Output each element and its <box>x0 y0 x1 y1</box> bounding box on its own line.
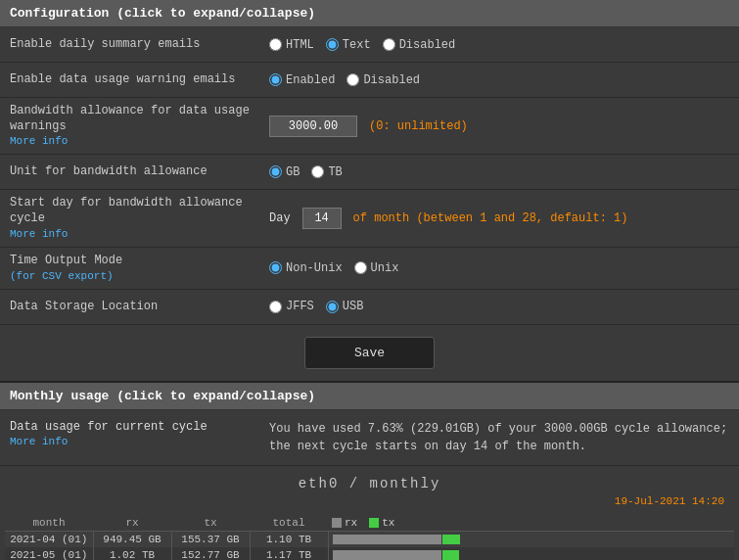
cell-tx: 152.77 GB <box>171 547 250 560</box>
save-button[interactable]: Save <box>304 337 435 369</box>
data-storage-label: Data Storage Location <box>0 294 259 321</box>
warning-enabled-radio[interactable] <box>269 73 282 86</box>
cell-total: 1.10 TB <box>250 531 328 547</box>
daily-summary-label: Enable daily summary emails <box>0 31 259 59</box>
bar-tx <box>442 550 459 560</box>
legend-rx-box <box>332 518 342 528</box>
monthly-info-row: Data usage for current cycle More info Y… <box>0 410 739 466</box>
daily-text-radio[interactable] <box>326 38 339 51</box>
data-storage-row: Data Storage Location JFFS USB <box>0 290 739 325</box>
cell-rx: 949.45 GB <box>93 531 171 547</box>
save-row: Save <box>0 325 739 381</box>
time-unix-radio[interactable] <box>354 261 367 274</box>
time-unix-option[interactable]: Unix <box>354 261 399 275</box>
bandwidth-cycle-day-input[interactable] <box>302 208 342 229</box>
monthly-label-col: Data usage for current cycle More info <box>0 410 259 465</box>
time-output-control: Non-Unix Unix <box>259 256 739 281</box>
bandwidth-cycle-row: Start day for bandwidth allowance cycle … <box>0 190 739 247</box>
config-section-header[interactable]: Configuration (click to expand/collapse) <box>0 0 739 27</box>
data-storage-control: JFFS USB <box>259 294 739 319</box>
legend-tx-box <box>369 518 379 528</box>
bar-rx <box>333 550 441 560</box>
data-usage-warning-label: Enable data usage warning emails <box>0 67 259 94</box>
table-row: 2021-05 (01) 1.02 TB 152.77 GB 1.17 TB <box>5 547 734 560</box>
bar-wrapper <box>333 550 731 560</box>
chart-legend: rx tx <box>332 517 730 529</box>
time-output-label: Time Output Mode (for CSV export) <box>0 248 259 289</box>
bar-wrapper <box>333 535 731 544</box>
legend-rx-label: rx <box>345 517 357 529</box>
daily-summary-row: Enable daily summary emails HTML Text Di… <box>0 27 739 63</box>
col-total-header: total <box>250 515 328 532</box>
bandwidth-cycle-more-info[interactable]: More info <box>10 227 250 241</box>
daily-summary-control: HTML Text Disabled <box>259 32 739 58</box>
daily-text-option[interactable]: Text <box>326 38 371 52</box>
cell-bar <box>328 547 734 560</box>
col-tx-header: tx <box>171 515 250 532</box>
cell-month: 2021-05 (01) <box>5 547 93 560</box>
legend-tx: tx <box>369 517 394 529</box>
cell-total: 1.17 TB <box>250 547 328 560</box>
cycle-hint: of month (between 1 and 28, default: 1) <box>353 211 628 225</box>
bandwidth-cycle-label: Start day for bandwidth allowance cycle … <box>0 190 259 246</box>
cell-tx: 155.37 GB <box>171 531 250 547</box>
time-nonunix-radio[interactable] <box>269 261 282 274</box>
unit-gb-radio[interactable] <box>269 165 282 178</box>
chart-title: eth0 / monthly <box>5 476 734 491</box>
daily-html-option[interactable]: HTML <box>269 38 314 52</box>
unit-tb-radio[interactable] <box>311 165 324 178</box>
bandwidth-allowance-control: (0: unlimited) <box>259 110 739 143</box>
warning-enabled-option[interactable]: Enabled <box>269 73 335 87</box>
bandwidth-hint: (0: unlimited) <box>369 119 468 133</box>
bandwidth-allowance-input[interactable] <box>269 116 357 137</box>
storage-usb-option[interactable]: USB <box>326 300 364 313</box>
time-output-sublabel: (for CSV export) <box>10 269 250 283</box>
storage-jffs-radio[interactable] <box>269 301 282 313</box>
unit-tb-option[interactable]: TB <box>311 165 342 179</box>
col-rx-header: rx <box>93 515 171 532</box>
bandwidth-allowance-more-info[interactable]: More info <box>10 134 250 148</box>
table-row: 2021-04 (01) 949.45 GB 155.37 GB 1.10 TB <box>5 531 734 547</box>
bandwidth-unit-control: GB TB <box>259 160 739 185</box>
chart-timestamp: 19-Jul-2021 14:20 <box>5 495 734 507</box>
daily-disabled-radio[interactable] <box>383 38 395 51</box>
chart-body: 2021-04 (01) 949.45 GB 155.37 GB 1.10 TB… <box>5 531 734 560</box>
monthly-section-header[interactable]: Monthly usage (click to expand/collapse) <box>0 383 739 410</box>
cell-rx: 1.02 TB <box>93 547 171 560</box>
legend-rx: rx <box>332 517 357 529</box>
monthly-section: Monthly usage (click to expand/collapse)… <box>0 383 739 560</box>
daily-disabled-option[interactable]: Disabled <box>383 38 456 52</box>
data-usage-warning-row: Enable data usage warning emails Enabled… <box>0 63 739 98</box>
bandwidth-allowance-label: Bandwidth allowance for data usage warni… <box>0 98 259 154</box>
storage-jffs-option[interactable]: JFFS <box>269 300 314 313</box>
cell-bar <box>328 531 734 547</box>
legend-tx-label: tx <box>382 517 394 529</box>
time-nonunix-option[interactable]: Non-Unix <box>269 261 343 275</box>
storage-usb-radio[interactable] <box>326 301 339 313</box>
bar-rx <box>333 535 441 544</box>
unit-gb-option[interactable]: GB <box>269 165 300 179</box>
chart-header-row: month rx tx total rx tx <box>5 515 734 532</box>
warning-disabled-radio[interactable] <box>346 73 359 86</box>
bandwidth-unit-row: Unit for bandwidth allowance GB TB <box>0 155 739 190</box>
chart-table: month rx tx total rx tx <box>5 515 734 560</box>
bandwidth-unit-label: Unit for bandwidth allowance <box>0 159 259 186</box>
col-bar-header: rx tx <box>328 515 734 532</box>
daily-html-radio[interactable] <box>269 38 282 51</box>
col-month-header: month <box>5 515 93 532</box>
time-output-row: Time Output Mode (for CSV export) Non-Un… <box>0 248 739 290</box>
bandwidth-cycle-control: Day of month (between 1 and 28, default:… <box>259 202 739 235</box>
chart-container: eth0 / monthly 19-Jul-2021 14:20 month r… <box>0 466 739 560</box>
bandwidth-allowance-row: Bandwidth allowance for data usage warni… <box>0 98 739 155</box>
day-label: Day <box>269 211 291 225</box>
config-section: Configuration (click to expand/collapse)… <box>0 0 739 383</box>
cell-month: 2021-04 (01) <box>5 531 93 547</box>
monthly-more-info[interactable]: More info <box>10 436 250 447</box>
warning-disabled-option[interactable]: Disabled <box>346 73 420 87</box>
monthly-label: Data usage for current cycle <box>10 420 208 434</box>
bar-tx <box>442 535 460 544</box>
monthly-info-text: You have used 7.63% (229.01GB) of your 3… <box>259 410 739 465</box>
data-usage-warning-control: Enabled Disabled <box>259 68 739 93</box>
